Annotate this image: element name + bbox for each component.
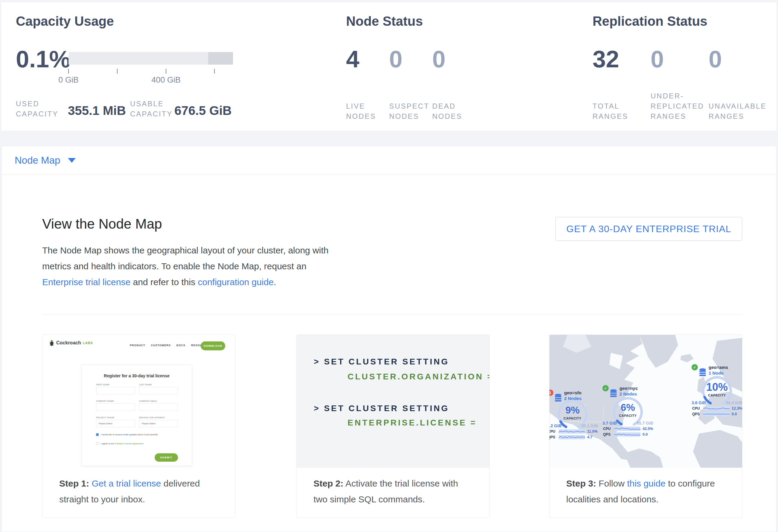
license-agreement-text: I agree to the Software License Agreemen… <box>101 442 144 445</box>
capacity-caption: CAPACITY <box>701 393 733 397</box>
brand-name: Cockroach <box>56 340 81 346</box>
nav-customers[interactable]: CUSTOMERS <box>151 344 171 347</box>
download-button[interactable]: DOWNLOAD <box>201 341 225 351</box>
suspect-nodes-label: SUSPECT NODES <box>389 101 431 122</box>
capacity-axis-label-0: 0 GiB <box>45 75 92 85</box>
capacity-used: 3.7 GiB <box>603 421 617 426</box>
step1-prefix: Step 1: <box>59 478 89 488</box>
under-replicated-ranges-value: 0 <box>650 47 706 71</box>
unavailable-ranges-label: UNAVAILABLE RANGES <box>709 101 764 122</box>
capacity-axis-tick <box>117 69 118 74</box>
qps-label: QPS <box>692 412 701 416</box>
last-name-label: LAST NAME <box>139 384 178 386</box>
chevron-down-icon <box>68 158 76 163</box>
company-email-label: COMPANY EMAIL <box>139 400 178 402</box>
cpu-sparkline <box>559 429 585 434</box>
get-trial-license-link[interactable]: Get a trial license <box>91 478 161 488</box>
company-email-input[interactable] <box>139 403 178 411</box>
nav-docs[interactable]: DOCS <box>176 344 185 347</box>
sql-set-cluster-setting-2: > SET CLUSTER SETTING <box>314 404 449 413</box>
capacity-used: 3.2 GiB <box>549 424 561 428</box>
sql-set-cluster-setting-1: > SET CLUSTER SETTING <box>314 357 449 367</box>
qps-value: 0.0 <box>642 432 647 437</box>
cockroach-labs-logo: Cockroach LABS <box>49 339 93 346</box>
cpu-label: CPU <box>603 427 612 431</box>
cpu-value: 12.3% <box>732 406 742 410</box>
suspect-nodes-value: 0 <box>389 47 431 71</box>
live-nodes-label: LIVE NODES <box>346 101 386 122</box>
capacity-total: 65.7 GiB <box>636 421 653 426</box>
description-text: The Node Map shows the geographical layo… <box>42 245 328 271</box>
sql-commands-illustration: > SET CLUSTER SETTING CLUSTER.ORGANIZATI… <box>297 335 489 468</box>
last-name-input[interactable] <box>139 387 178 394</box>
capacity-caption: CAPACITY <box>556 416 589 420</box>
capacity-percent: 6% <box>611 402 644 413</box>
trial-registration-form: Register for a 30-day trial license FIRS… <box>81 365 192 466</box>
configuration-guide-link[interactable]: configuration guide <box>198 277 274 287</box>
qps-label: QPS <box>603 432 612 437</box>
qps-sparkline <box>614 432 640 437</box>
first-name-label: FIRST NAME <box>96 384 135 386</box>
description-text: . <box>274 277 276 287</box>
capacity-usage-title: Capacity Usage <box>16 14 114 29</box>
sql-enterprise-license: ENTERPRISE.LICENSE = <box>347 418 477 428</box>
cpu-sparkline <box>703 406 729 410</box>
license-agreement-checkbox-row: I agree to the Software License Agreemen… <box>96 442 180 445</box>
unavailable-ranges-value: 0 <box>709 47 764 71</box>
view-selector-bar: Node Map <box>2 146 776 175</box>
company-name-label: COMPANY NAME <box>96 400 135 402</box>
usable-capacity-label: USABLE CAPACITY <box>130 99 181 119</box>
step1-caption: Step 1: Get a trial license delivered st… <box>43 468 235 518</box>
replication-status-title: Replication Status <box>593 14 707 29</box>
capacity-caption: CAPACITY <box>611 414 644 417</box>
email-updates-text: I would like to receive email updates ab… <box>101 433 158 436</box>
cpu-value: 11.0% <box>587 429 598 434</box>
capacity-usage-percent: 0.1% <box>16 47 70 71</box>
step3-card: 1 geo=sfo 2 Nodes 9% CAPAC <box>549 334 743 518</box>
section-divider <box>42 314 742 314</box>
this-guide-link[interactable]: this guide <box>627 478 665 488</box>
project-phase-select[interactable]: Please Select <box>96 420 135 427</box>
first-name-input[interactable] <box>96 387 135 394</box>
node-map-illustration: 1 geo=sfo 2 Nodes 9% CAPAC <box>549 335 742 468</box>
brand-suffix: LABS <box>83 341 93 345</box>
capacity-usage-bar-reserved <box>208 52 233 65</box>
qps-sparkline <box>703 412 729 416</box>
node-map-description: The Node Map shows the geographical layo… <box>42 242 332 290</box>
node-map-dropdown-label: Node Map <box>15 155 60 166</box>
locality-name: geo=sfo <box>564 390 581 395</box>
live-nodes-value: 4 <box>346 47 386 71</box>
license-agreement-checkbox[interactable] <box>96 442 99 445</box>
node-status-title: Node Status <box>346 14 423 29</box>
enterprise-trial-license-link[interactable]: Enterprise trial license <box>42 277 131 287</box>
qps-label: QPS <box>549 435 557 439</box>
main-panel: Node Map View the Node Map The Node Map … <box>1 146 777 532</box>
warning-badge: 1 <box>549 390 553 396</box>
step3-prefix: Step 3: <box>566 478 596 488</box>
project-phase-label: PROJECT PHASE <box>96 416 135 419</box>
used-capacity-label: USED CAPACITY <box>16 99 64 119</box>
software-license-agreement-link[interactable]: Software License Agreement. <box>114 442 144 445</box>
dead-nodes-label: DEAD NODES <box>432 101 472 122</box>
submit-button[interactable]: SUBMIT <box>155 453 178 462</box>
cpu-label: CPU <box>549 429 557 434</box>
sql-cluster-organization: CLUSTER.ORGANIZATION = <box>347 372 489 381</box>
enterprise-trial-button[interactable]: GET A 30-DAY ENTERPRISE TRIAL <box>555 217 742 241</box>
node-map-dropdown[interactable]: Node Map <box>15 155 76 166</box>
page-title: View the Node Map <box>42 216 162 232</box>
capacity-axis-tick <box>68 69 69 74</box>
reason-for-interest-select[interactable]: Please Select <box>139 420 178 427</box>
qps-sparkline <box>559 435 585 439</box>
capacity-used: 3.6 GiB <box>692 400 706 405</box>
step3-caption: Step 3: Follow this guide to configure l… <box>549 468 742 518</box>
live-nodes-stat: 4 LIVE NODES <box>346 47 386 122</box>
company-name-input[interactable] <box>96 403 135 411</box>
locality-name: geo=ams <box>709 365 728 370</box>
cpu-value: 42.5% <box>642 427 653 431</box>
dead-nodes-stat: 0 DEAD NODES <box>432 47 472 122</box>
under-replicated-ranges-stat: 0 UNDER-REPLICATED RANGES <box>650 47 706 122</box>
capacity-axis-tick <box>166 69 166 74</box>
nav-product[interactable]: PRODUCT <box>130 344 145 347</box>
total-ranges-label: TOTAL RANGES <box>593 101 637 122</box>
email-updates-checkbox[interactable] <box>96 433 99 436</box>
